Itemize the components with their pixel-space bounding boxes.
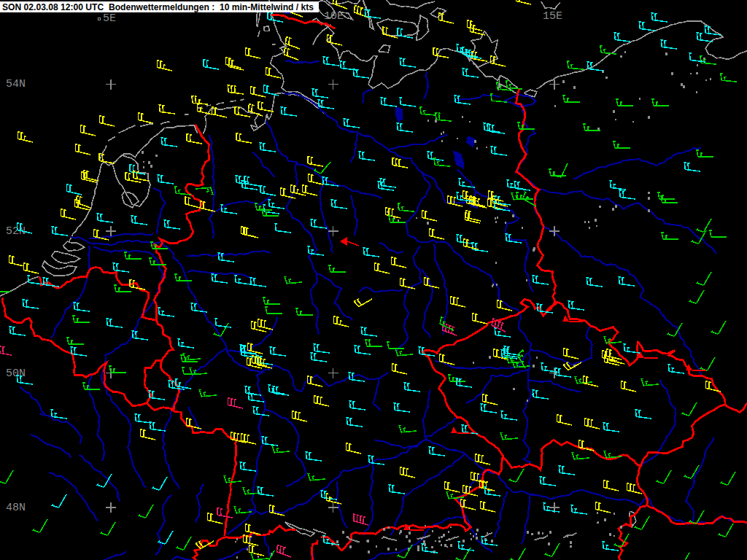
svg-text:SON 02.03.08 12:00 UTC Bodenw: SON 02.03.08 12:00 UTC Bodenwettermeldun… <box>2 1 314 12</box>
svg-text:48N: 48N <box>6 502 26 514</box>
svg-text:50N: 50N <box>6 368 26 380</box>
svg-text:15E: 15E <box>543 10 562 23</box>
svg-text:10E: 10E <box>324 10 344 23</box>
svg-text:54N: 54N <box>6 78 26 90</box>
svg-text:5E: 5E <box>103 12 116 25</box>
